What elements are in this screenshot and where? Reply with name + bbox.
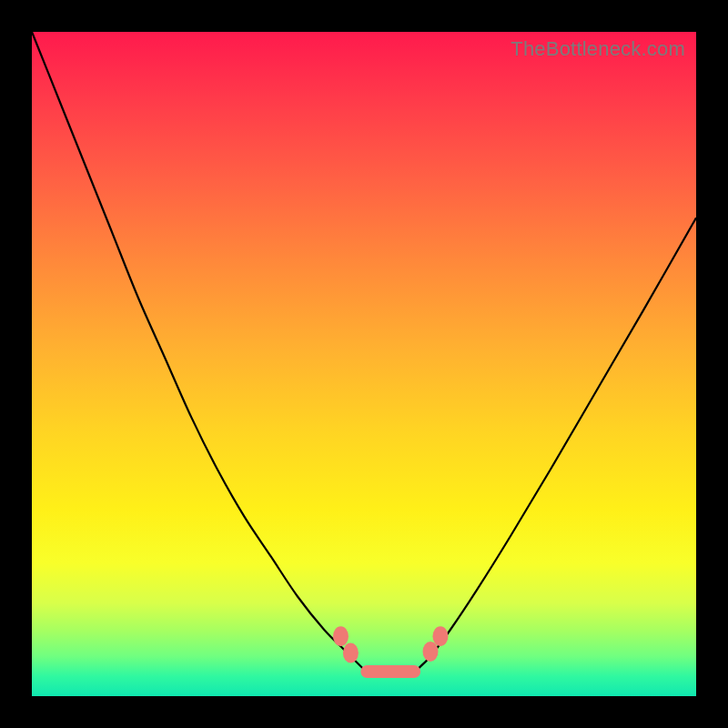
curve-markers — [333, 626, 449, 678]
curve-marker — [423, 642, 439, 662]
curve-right-branch — [417, 217, 696, 669]
bottleneck-curve — [32, 32, 696, 696]
valley-marker-bar — [360, 665, 420, 678]
curve-marker — [343, 643, 359, 663]
plot-area: TheBottleneck.com — [32, 32, 696, 696]
curve-left-branch — [32, 32, 364, 670]
chart-frame: TheBottleneck.com — [0, 0, 728, 728]
curve-marker — [432, 626, 448, 646]
curve-marker — [333, 626, 349, 646]
